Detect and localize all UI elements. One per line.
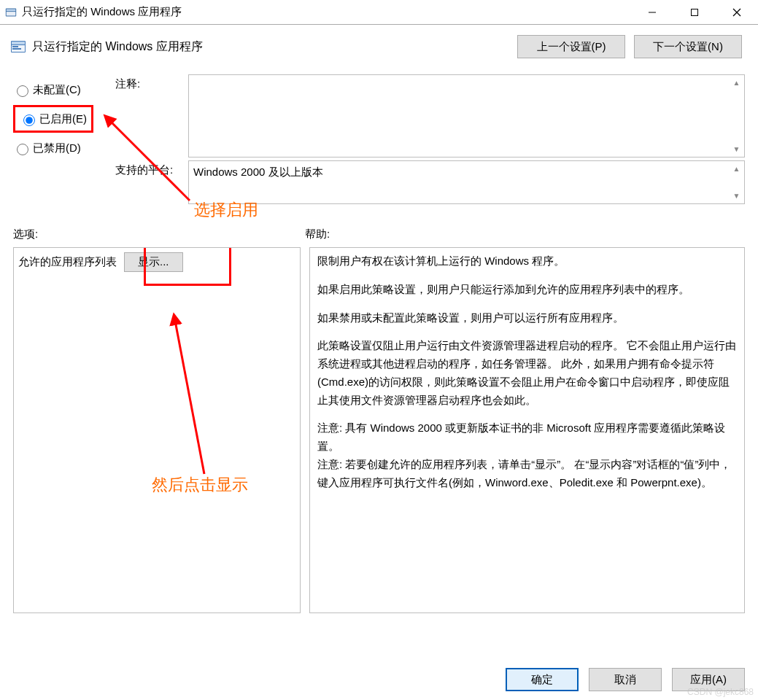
chevron-up-icon[interactable]: ▲ [730,77,743,89]
apply-button[interactable]: 应用(A) [672,668,745,691]
allowed-apps-row: 允许的应用程序列表 显示... [18,252,183,272]
svg-rect-10 [12,46,18,47]
allowed-apps-label: 允许的应用程序列表 [18,255,117,269]
radio-not-configured-label: 未配置(C) [33,83,81,97]
svg-rect-8 [12,42,25,44]
radio-not-configured[interactable]: 未配置(C) [13,74,93,105]
maximize-icon [690,8,699,17]
section-labels: 选项: 帮助: [0,217,758,244]
app-icon [4,6,18,19]
comment-value [189,75,744,81]
next-setting-button[interactable]: 下一个设置(N) [634,35,742,58]
ok-button[interactable]: 确定 [506,668,579,691]
help-paragraph: 如果启用此策略设置，则用户只能运行添加到允许的应用程序列表中的程序。 [317,281,737,299]
window-controls [631,0,758,25]
help-section-label: 帮助: [305,228,745,241]
policy-icon [10,39,26,55]
help-paragraph: 此策略设置仅阻止用户运行由文件资源管理器进程启动的程序。 它不会阻止用户运行由系… [317,337,737,409]
radio-disabled[interactable]: 已禁用(D) [13,133,93,163]
chevron-up-icon[interactable]: ▲ [730,163,743,175]
comment-textarea[interactable]: ▲ ▼ [188,74,745,158]
chevron-down-icon[interactable]: ▼ [730,190,743,202]
help-paragraph: 如果禁用或未配置此策略设置，则用户可以运行所有应用程序。 [317,309,737,327]
help-paragraph: 注意: 具有 Windows 2000 或更新版本证书的非 Microsoft … [317,419,737,456]
header-row: 只运行指定的 Windows 应用程序 上一个设置(P) 下一个设置(N) [0,25,758,64]
help-paragraph: 限制用户有权在该计算机上运行的 Windows 程序。 [317,252,737,271]
comment-label: 注释: [115,74,188,158]
options-section-label: 选项: [13,228,305,241]
maximize-button[interactable] [673,0,716,25]
policy-title: 只运行指定的 Windows 应用程序 [32,39,203,55]
state-radio-group: 未配置(C) 已启用(E) 已禁用(D) [13,74,93,163]
svg-rect-11 [12,48,21,50]
radio-disabled-label: 已禁用(D) [33,141,81,155]
chevron-down-icon[interactable]: ▼ [730,143,743,155]
help-paragraph: 注意: 若要创建允许的应用程序列表，请单击“显示”。 在“显示内容”对话框的“值… [317,456,737,492]
close-button[interactable] [716,0,758,25]
title-bar: 只运行指定的 Windows 应用程序 [0,0,758,25]
radio-enabled-input[interactable] [23,114,35,126]
platform-label: 支持的平台: [115,160,188,204]
options-panel: 允许的应用程序列表 显示... [13,247,301,613]
config-area: 未配置(C) 已启用(E) 已禁用(D) 注释: ▲ ▼ 支持的平台: Wind… [0,64,758,217]
radio-enabled[interactable]: 已启用(E) [13,105,93,133]
radio-enabled-label: 已启用(E) [39,112,87,126]
close-icon [732,8,741,17]
prev-setting-button[interactable]: 上一个设置(P) [517,35,625,58]
dialog-buttons: 确定 取消 应用(A) [506,668,745,691]
show-button[interactable]: 显示... [124,252,183,272]
cancel-button[interactable]: 取消 [589,668,662,691]
help-panel: 限制用户有权在该计算机上运行的 Windows 程序。 如果启用此策略设置，则用… [309,247,745,613]
radio-disabled-input[interactable] [17,144,28,155]
svg-rect-2 [7,12,16,15]
svg-rect-4 [692,9,698,16]
platform-textarea: Windows 2000 及以上版本 ▲ ▼ [188,160,745,204]
window-title: 只运行指定的 Windows 应用程序 [22,5,182,19]
minimize-button[interactable] [631,0,673,25]
minimize-icon [648,8,657,17]
lower-split: 允许的应用程序列表 显示... 限制用户有权在该计算机上运行的 Windows … [0,244,758,613]
platform-value: Windows 2000 及以上版本 [189,161,744,182]
svg-rect-1 [7,9,16,11]
radio-not-configured-input[interactable] [17,85,28,97]
